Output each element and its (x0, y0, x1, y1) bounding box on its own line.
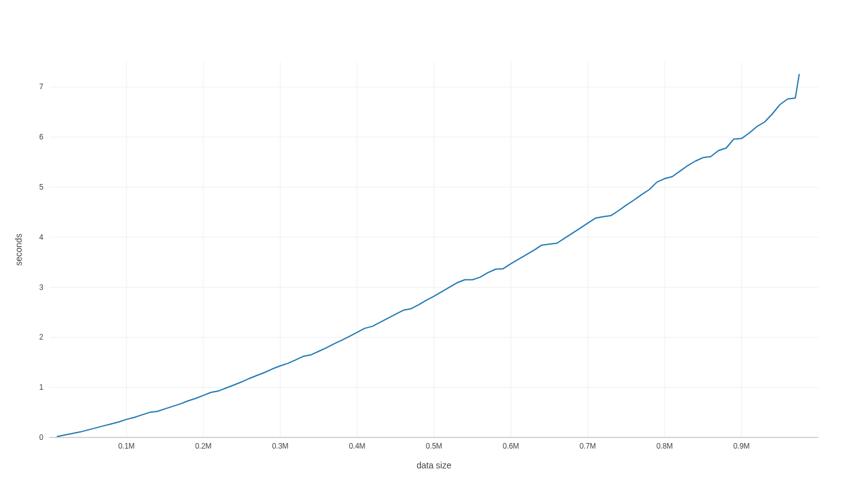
y-axis-title: seconds (14, 234, 24, 266)
y-tick-label: 5 (39, 183, 43, 191)
x-tick-label: 0.1M (118, 442, 135, 450)
x-axis-title: data size (417, 460, 451, 470)
x-tick-label: 0.3M (272, 442, 289, 450)
y-tick-label: 1 (39, 383, 43, 392)
x-tick-label: 0.4M (349, 442, 366, 450)
y-tick-label: 7 (39, 82, 43, 91)
x-tick-label: 0.9M (733, 442, 750, 450)
y-tick-label: 4 (39, 233, 43, 242)
x-tick-label: 0.8M (657, 442, 673, 450)
line-chart[interactable]: 0.1M0.2M0.3M0.4M0.5M0.6M0.7M0.8M0.9M0123… (0, 0, 868, 487)
y-tick-label: 3 (39, 283, 43, 292)
y-tick-label: 6 (39, 133, 43, 141)
series-time (57, 74, 799, 436)
y-tick-label: 0 (39, 433, 43, 442)
y-tick-label: 2 (39, 333, 43, 341)
x-tick-label: 0.5M (426, 442, 443, 450)
x-tick-label: 0.6M (503, 442, 520, 450)
x-tick-label: 0.2M (195, 442, 212, 450)
x-tick-label: 0.7M (580, 442, 596, 450)
chart-container: 0.1M0.2M0.3M0.4M0.5M0.6M0.7M0.8M0.9M0123… (0, 0, 868, 487)
